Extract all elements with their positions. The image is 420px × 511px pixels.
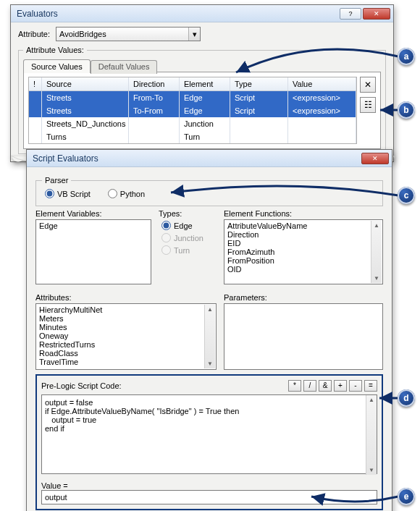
- help-button[interactable]: ?: [340, 8, 361, 20]
- attribute-label: Attribute:: [18, 30, 50, 38]
- col-bang[interactable]: !: [29, 77, 42, 90]
- parameters-list[interactable]: [224, 303, 383, 370]
- callout-b: b: [398, 101, 415, 119]
- list-item[interactable]: FromAzimuth: [227, 248, 379, 256]
- list-item[interactable]: AttributeValueByName: [227, 221, 379, 230]
- table-row[interactable]: Streets To-From Edge Script <expression>: [29, 104, 356, 117]
- parser-group: Parser VB Script Python: [35, 176, 383, 206]
- x-icon: ✕: [364, 80, 371, 90]
- prelogic-block: Pre-Logic Script Code: * / & + - = Value…: [35, 374, 383, 510]
- script-evaluators-dialog: Script Evaluators ✕ Parser VB Script Pyt…: [26, 149, 392, 511]
- chevron-down-icon: ▾: [188, 28, 200, 41]
- script-titlebar: Script Evaluators ✕: [27, 150, 392, 167]
- op-amp-button[interactable]: &: [319, 380, 332, 392]
- callout-a: a: [398, 48, 415, 65]
- table-row[interactable]: Turns Turn: [29, 130, 356, 143]
- parser-label: Parser: [42, 176, 71, 185]
- scrollbar[interactable]: [366, 395, 377, 475]
- scrollbar[interactable]: [204, 305, 215, 368]
- attribute-values-group: Attribute Values: Source Values Default …: [18, 46, 386, 154]
- list-item[interactable]: Edge: [39, 221, 148, 230]
- delete-evaluator-button[interactable]: ✕: [360, 77, 376, 93]
- parser-vbscript-radio[interactable]: VB Script: [45, 189, 91, 198]
- col-element[interactable]: Element: [180, 77, 230, 90]
- col-value[interactable]: Value: [288, 77, 356, 90]
- evaluators-body: Attribute: AvoidBridges ▾ Attribute Valu…: [11, 22, 393, 161]
- script-title: Script Evaluators: [33, 153, 360, 164]
- parser-python-radio[interactable]: Python: [108, 189, 145, 198]
- attributes-label: Attributes:: [35, 293, 217, 302]
- list-item[interactable]: Minutes: [39, 323, 213, 331]
- list-item[interactable]: HierarchyMultiNet: [39, 305, 213, 314]
- evaluators-titlebar: Evaluators ? ✕: [11, 5, 393, 22]
- col-type[interactable]: Type: [230, 77, 288, 90]
- attribute-values-label: Attribute Values:: [23, 46, 87, 54]
- radio-input[interactable]: [108, 189, 117, 198]
- type-junction-radio: Junction: [161, 233, 217, 242]
- evaluator-properties-button[interactable]: ☷: [360, 97, 376, 113]
- op-plus-button[interactable]: +: [334, 380, 347, 392]
- radio-input[interactable]: [45, 189, 54, 198]
- list-item[interactable]: EID: [227, 239, 379, 248]
- op-multiply-button[interactable]: *: [288, 380, 301, 392]
- list-item[interactable]: RestrictedTurns: [39, 340, 213, 349]
- element-variables-label: Element Variables:: [35, 209, 151, 218]
- callout-d: d: [398, 389, 415, 407]
- op-equals-button[interactable]: =: [364, 380, 377, 392]
- tab-default-values[interactable]: Default Values: [91, 60, 158, 74]
- callout-c: c: [398, 187, 415, 204]
- attributes-list[interactable]: HierarchyMultiNet Meters Minutes Oneway …: [35, 303, 217, 370]
- tab-panel: ! Source Direction Element Type Value St…: [23, 72, 381, 149]
- callout-e: e: [398, 488, 415, 505]
- list-item[interactable]: FromPosition: [227, 256, 379, 265]
- close-button[interactable]: ✕: [363, 8, 390, 20]
- prelogic-code-input[interactable]: [41, 394, 377, 474]
- element-functions-list[interactable]: AttributeValueByName Direction EID FromA…: [224, 219, 383, 284]
- evaluators-dialog: Evaluators ? ✕ Attribute: AvoidBridges ▾…: [10, 4, 394, 162]
- attribute-combo[interactable]: AvoidBridges ▾: [56, 27, 201, 41]
- grid-header: ! Source Direction Element Type Value: [29, 77, 356, 91]
- prelogic-label: Pre-Logic Script Code:: [41, 381, 122, 390]
- col-source[interactable]: Source: [42, 77, 129, 90]
- tab-source-values[interactable]: Source Values: [23, 59, 91, 73]
- element-functions-label: Element Functions:: [224, 209, 383, 218]
- scrollbar[interactable]: [371, 221, 382, 283]
- list-item[interactable]: RoadClass: [39, 349, 213, 358]
- list-item[interactable]: TravelTime: [39, 358, 213, 366]
- evaluators-title: Evaluators: [17, 9, 338, 19]
- op-minus-button[interactable]: -: [349, 380, 362, 392]
- attribute-combo-value: AvoidBridges: [59, 30, 106, 38]
- element-variables-list[interactable]: Edge: [35, 219, 151, 284]
- value-input[interactable]: [41, 490, 377, 504]
- value-label: Value =: [41, 481, 377, 490]
- properties-icon: ☷: [364, 100, 372, 110]
- parameters-label: Parameters:: [224, 293, 383, 302]
- op-divide-button[interactable]: /: [303, 380, 316, 392]
- list-item[interactable]: OID: [227, 265, 379, 274]
- list-item[interactable]: Meters: [39, 314, 213, 323]
- types-label: Types:: [159, 209, 217, 218]
- table-row[interactable]: Streets From-To Edge Script <expression>: [29, 91, 356, 104]
- type-turn-radio: Turn: [161, 245, 217, 255]
- list-item[interactable]: Oneway: [39, 331, 213, 340]
- type-edge-radio[interactable]: Edge: [161, 221, 217, 230]
- list-item[interactable]: Direction: [227, 230, 379, 239]
- col-direction[interactable]: Direction: [129, 77, 180, 90]
- close-button[interactable]: ✕: [361, 153, 389, 164]
- source-grid: ! Source Direction Element Type Value St…: [28, 77, 357, 144]
- table-row[interactable]: Streets_ND_Junctions Junction: [29, 117, 356, 130]
